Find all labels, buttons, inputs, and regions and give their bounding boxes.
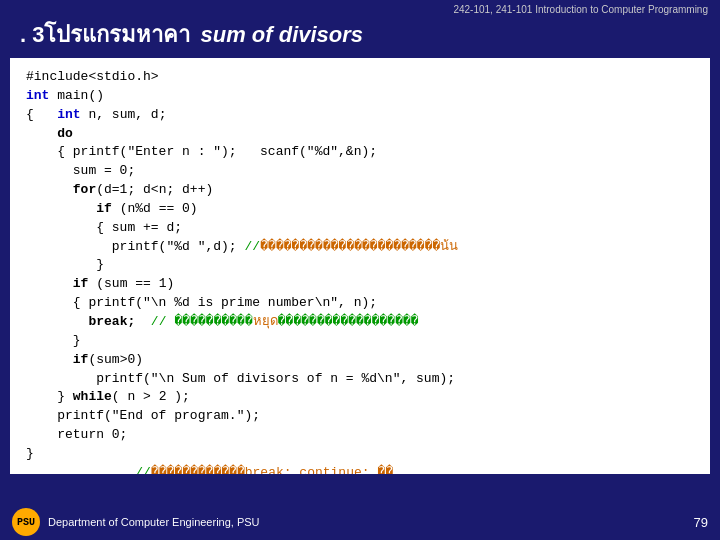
title-english: sum of divisors (200, 22, 363, 48)
code-line-20: return 0; (26, 426, 694, 445)
code-line-3: { int n, sum, d; (26, 106, 694, 125)
code-line-13: { printf("\n %d is prime number\n", n); (26, 294, 694, 313)
code-line-4: do (26, 125, 694, 144)
code-line-19: printf("End of program."); (26, 407, 694, 426)
code-line-18: } while( n > 2 ); (26, 388, 694, 407)
code-line-1: #include<stdio.h> (26, 68, 694, 87)
code-line-14: break; // ����������หยุด����������������… (26, 313, 694, 332)
footer-dept: Department of Computer Engineering, PSU (48, 516, 260, 528)
code-line-10: printf("%d ",d); //���������������������… (26, 238, 694, 257)
header: 242-101, 241-101 Introduction to Compute… (0, 0, 720, 15)
psu-logo: PSU (12, 508, 40, 536)
footer: PSU Department of Computer Engineering, … (0, 504, 720, 540)
code-line-12: if (sum == 1) (26, 275, 694, 294)
code-line-15: } (26, 332, 694, 351)
code-area: #include<stdio.h> int main() { int n, su… (10, 58, 710, 474)
page-number: 79 (694, 515, 708, 530)
course-title: 242-101, 241-101 Introduction to Compute… (453, 4, 708, 15)
code-line-5: { printf("Enter n : "); scanf("%d",&n); (26, 143, 694, 162)
slide: 242-101, 241-101 Introduction to Compute… (0, 0, 720, 540)
code-line-17: printf("\n Sum of divisors of n = %d\n",… (26, 370, 694, 389)
code-line-16: if(sum>0) (26, 351, 694, 370)
code-line-2: int main() (26, 87, 694, 106)
code-line-21: } (26, 445, 694, 464)
title-thai: . 3โปรแกรมหาคา (20, 17, 190, 52)
code-line-9: { sum += d; (26, 219, 694, 238)
code-line-22: //������������break; continue; �� (26, 464, 694, 474)
code-line-6: sum = 0; (26, 162, 694, 181)
code-line-7: for(d=1; d<n; d++) (26, 181, 694, 200)
footer-logo: PSU Department of Computer Engineering, … (12, 508, 260, 536)
code-line-11: } (26, 256, 694, 275)
code-line-8: if (n%d == 0) (26, 200, 694, 219)
title-bar: . 3โปรแกรมหาคา sum of divisors (0, 15, 720, 58)
